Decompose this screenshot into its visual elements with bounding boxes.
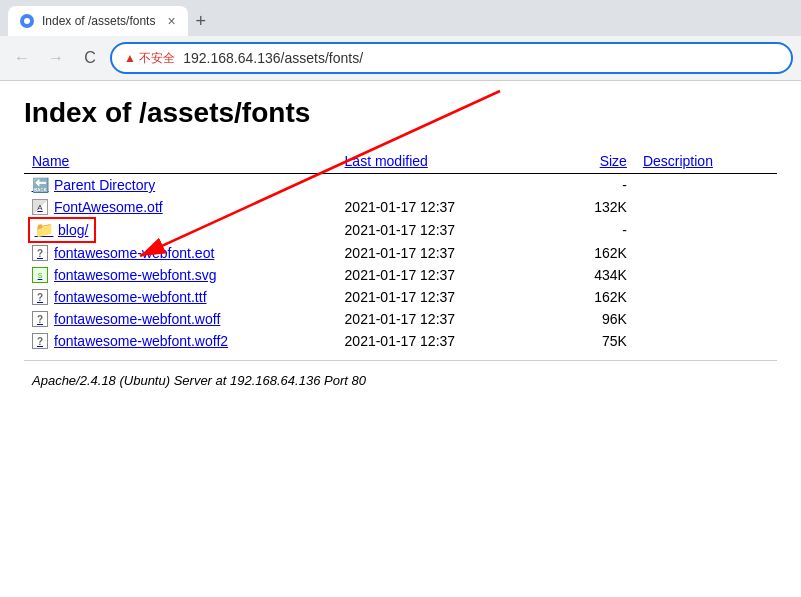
file-name: Parent Directory <box>54 177 155 193</box>
svg-point-1 <box>24 18 30 24</box>
file-link[interactable]: Sfontawesome-webfont.svg <box>32 267 329 283</box>
file-link[interactable]: AFontAwesome.otf <box>32 199 329 215</box>
file-size-cell: 434K <box>564 264 635 286</box>
file-link[interactable]: ?fontawesome-webfont.eot <box>32 245 329 261</box>
reload-button[interactable]: C <box>76 44 104 72</box>
table-row: ?fontawesome-webfont.eot2021-01-17 12:37… <box>24 242 777 264</box>
file-icon-unknown: ? <box>32 289 48 305</box>
file-size-cell: 162K <box>564 286 635 308</box>
file-link[interactable]: ?fontawesome-webfont.woff <box>32 311 329 327</box>
file-modified-cell: 2021-01-17 12:37 <box>337 308 564 330</box>
page-title: Index of /assets/fonts <box>24 97 777 129</box>
server-footer: Apache/2.4.18 (Ubuntu) Server at 192.168… <box>24 369 777 392</box>
table-row: AFontAwesome.otf2021-01-17 12:37132K <box>24 196 777 218</box>
column-header-modified[interactable]: Last modified <box>337 149 564 174</box>
file-name-cell: 🔙Parent Directory <box>24 174 337 197</box>
file-modified-cell: 2021-01-17 12:37 <box>337 264 564 286</box>
tab-close-button[interactable]: × <box>167 13 175 29</box>
file-link[interactable]: ?fontawesome-webfont.ttf <box>32 289 329 305</box>
file-size-cell: 96K <box>564 308 635 330</box>
file-description-cell <box>635 174 777 197</box>
file-name: fontawesome-webfont.woff <box>54 311 220 327</box>
browser-window: Index of /assets/fonts × + ← → C ▲ 不安全 1… <box>0 0 801 597</box>
tab-favicon <box>20 14 34 28</box>
address-text: 192.168.64.136/assets/fonts/ <box>183 50 779 66</box>
file-icon-folder: 📁 <box>36 222 52 238</box>
file-size-cell: 162K <box>564 242 635 264</box>
file-name: fontawesome-webfont.woff2 <box>54 333 228 349</box>
file-size-cell: - <box>564 174 635 197</box>
file-modified-cell: 2021-01-17 12:37 <box>337 330 564 352</box>
table-row: 📁blog/2021-01-17 12:37- <box>24 218 777 242</box>
table-row: ?fontawesome-webfont.ttf2021-01-17 12:37… <box>24 286 777 308</box>
file-description-cell <box>635 264 777 286</box>
forward-button[interactable]: → <box>42 44 70 72</box>
security-indicator: ▲ 不安全 <box>124 50 175 67</box>
tab-bar: Index of /assets/fonts × + <box>0 0 801 36</box>
file-description-cell <box>635 330 777 352</box>
file-name: fontawesome-webfont.eot <box>54 245 214 261</box>
file-icon-svg: S <box>32 267 48 283</box>
file-name-cell: ?fontawesome-webfont.ttf <box>24 286 337 308</box>
file-icon-unknown: ? <box>32 311 48 327</box>
browser-chrome: Index of /assets/fonts × + ← → C ▲ 不安全 1… <box>0 0 801 81</box>
file-name-cell: ?fontawesome-webfont.woff <box>24 308 337 330</box>
file-name: FontAwesome.otf <box>54 199 163 215</box>
file-modified-cell: 2021-01-17 12:37 <box>337 286 564 308</box>
column-header-size[interactable]: Size <box>564 149 635 174</box>
new-tab-button[interactable]: + <box>196 12 207 30</box>
file-modified-cell: 2021-01-17 12:37 <box>337 242 564 264</box>
file-name-cell: ?fontawesome-webfont.eot <box>24 242 337 264</box>
file-name-cell: ?fontawesome-webfont.woff2 <box>24 330 337 352</box>
file-name: fontawesome-webfont.ttf <box>54 289 207 305</box>
file-icon-otf: A <box>32 199 48 215</box>
tab-title: Index of /assets/fonts <box>42 14 155 28</box>
file-name-cell: 📁blog/ <box>24 218 337 242</box>
file-link[interactable]: ?fontawesome-webfont.woff2 <box>32 333 329 349</box>
navigation-bar: ← → C ▲ 不安全 192.168.64.136/assets/fonts/ <box>0 36 801 80</box>
file-size-cell: 132K <box>564 196 635 218</box>
file-description-cell <box>635 308 777 330</box>
table-row: ?fontawesome-webfont.woff22021-01-17 12:… <box>24 330 777 352</box>
file-size-cell: - <box>564 218 635 242</box>
file-name-cell: Sfontawesome-webfont.svg <box>24 264 337 286</box>
table-header-row: Name Last modified Size Description <box>24 149 777 174</box>
file-modified-cell: 2021-01-17 12:37 <box>337 218 564 242</box>
table-row: 🔙Parent Directory- <box>24 174 777 197</box>
file-name: fontawesome-webfont.svg <box>54 267 217 283</box>
address-bar[interactable]: ▲ 不安全 192.168.64.136/assets/fonts/ <box>110 42 793 74</box>
file-modified-cell: 2021-01-17 12:37 <box>337 196 564 218</box>
active-tab[interactable]: Index of /assets/fonts × <box>8 6 188 36</box>
column-header-name[interactable]: Name <box>24 149 337 174</box>
file-icon-unknown: ? <box>32 245 48 261</box>
file-link[interactable]: 🔙Parent Directory <box>32 177 329 193</box>
file-description-cell <box>635 286 777 308</box>
footer-divider <box>24 360 777 361</box>
back-button[interactable]: ← <box>8 44 36 72</box>
file-description-cell <box>635 218 777 242</box>
column-header-description[interactable]: Description <box>635 149 777 174</box>
table-row: Sfontawesome-webfont.svg2021-01-17 12:37… <box>24 264 777 286</box>
page-content: Index of /assets/fonts Name Last modifie… <box>0 81 801 408</box>
file-description-cell <box>635 196 777 218</box>
file-name-cell: AFontAwesome.otf <box>24 196 337 218</box>
file-listing-table: Name Last modified Size Description 🔙Par… <box>24 149 777 352</box>
file-icon-parent: 🔙 <box>32 177 48 193</box>
file-name: blog/ <box>58 222 88 238</box>
file-size-cell: 75K <box>564 330 635 352</box>
file-description-cell <box>635 242 777 264</box>
file-link[interactable]: 📁blog/ <box>32 221 92 239</box>
file-modified-cell <box>337 174 564 197</box>
file-icon-unknown: ? <box>32 333 48 349</box>
table-row: ?fontawesome-webfont.woff2021-01-17 12:3… <box>24 308 777 330</box>
